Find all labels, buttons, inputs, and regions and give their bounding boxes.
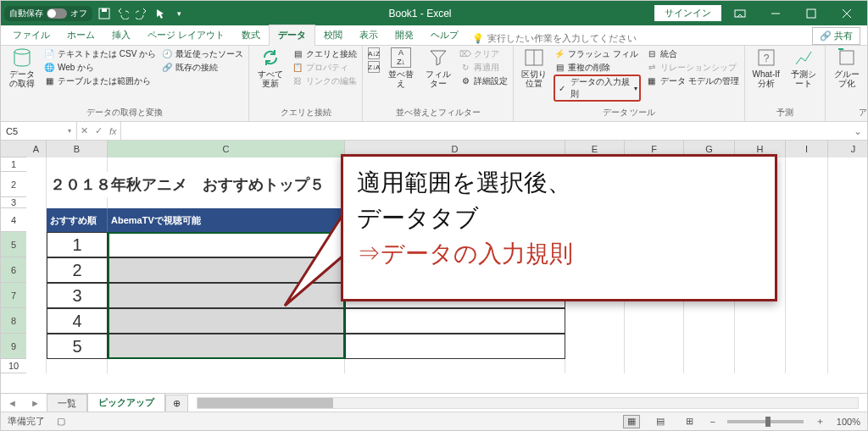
zoom-in-button[interactable]: ＋	[815, 415, 825, 428]
col-A[interactable]: A	[26, 141, 47, 157]
group-label: クエリと接続	[254, 105, 357, 121]
cell-C9[interactable]	[108, 334, 345, 359]
autosave-label: 自動保存	[9, 8, 43, 19]
from-web-button[interactable]: 🌐Web から	[43, 61, 156, 73]
clear-filter-button[interactable]: ⌦クリア	[459, 47, 508, 59]
formula-input[interactable]	[121, 122, 849, 140]
flash-fill-button[interactable]: ⚡フラッシュ フィル	[554, 47, 641, 59]
tab-help[interactable]: ヘルプ	[422, 25, 467, 45]
expand-formula-icon[interactable]: ⌄	[849, 125, 867, 137]
rank-cell[interactable]: 4	[47, 308, 108, 334]
ribbon-options-icon[interactable]	[723, 1, 757, 25]
svg-rect-2	[735, 10, 745, 17]
forecast-button[interactable]: 予測シート	[787, 47, 820, 88]
autosave-toggle[interactable]: 自動保存 オフ	[4, 6, 92, 21]
fx-icon[interactable]: fx	[109, 126, 117, 136]
maximize-button[interactable]	[794, 1, 828, 25]
sheet-tab-active[interactable]: ピックアップ	[87, 393, 165, 413]
col-I[interactable]: I	[786, 141, 828, 157]
cursor-icon[interactable]	[153, 7, 167, 20]
share-button[interactable]: 🔗 共有	[812, 27, 860, 45]
name-box[interactable]: C5 ▾	[1, 122, 77, 140]
enter-icon[interactable]: ✓	[95, 125, 103, 136]
selected-cell-C5[interactable]	[108, 232, 345, 257]
reapply-button[interactable]: ↻再適用	[459, 61, 508, 73]
web-icon: 🌐	[43, 61, 55, 73]
horizontal-scrollbar[interactable]	[197, 397, 859, 409]
qat-more-icon[interactable]: ▾	[172, 7, 186, 20]
undo-icon[interactable]	[116, 7, 130, 20]
tab-data[interactable]: データ	[269, 25, 315, 46]
rank-cell[interactable]: 5	[47, 334, 108, 359]
rank-cell[interactable]: 2	[47, 257, 108, 283]
tab-view[interactable]: 表示	[351, 25, 387, 45]
filter-button[interactable]: フィルター	[422, 47, 454, 88]
cell-C7[interactable]	[108, 283, 345, 308]
sheet-tab[interactable]: 一覧	[47, 394, 87, 412]
tab-review[interactable]: 校閲	[315, 25, 351, 45]
flashfill-icon: ⚡	[554, 47, 565, 59]
table-title[interactable]: ２０１８年秋アニメ おすすめトップ５	[47, 172, 345, 197]
col-B[interactable]: B	[47, 141, 108, 157]
add-sheet-button[interactable]: ⊕	[165, 395, 188, 412]
save-icon[interactable]	[97, 7, 111, 20]
col-J[interactable]: J	[828, 141, 867, 157]
text-to-columns-button[interactable]: 区切り位置	[519, 47, 548, 88]
cell-C6[interactable]	[108, 257, 345, 283]
pagelayout-view-button[interactable]: ▤	[652, 415, 669, 428]
pagebreak-view-button[interactable]: ⊞	[681, 415, 698, 428]
properties-button[interactable]: 📋プロパティ	[292, 61, 357, 73]
normal-view-button[interactable]: ▦	[623, 415, 640, 428]
close-button[interactable]	[830, 1, 864, 25]
callout-line3: ⇒データの入力規則	[357, 236, 761, 272]
from-table-button[interactable]: ▦テーブルまたは範囲から	[43, 75, 156, 86]
get-data-button[interactable]: データの取得	[6, 47, 38, 88]
data-validation-button[interactable]: ✓ データの入力規則 ▾	[554, 75, 641, 102]
sheet-nav-next[interactable]: ►	[24, 398, 47, 408]
zoom-slider[interactable]	[727, 420, 804, 423]
consolidate-button[interactable]: ⊟統合	[646, 47, 739, 59]
advanced-filter-button[interactable]: ⚙詳細設定	[459, 75, 508, 86]
tab-insert[interactable]: 挿入	[103, 25, 139, 45]
th-rank[interactable]: おすすめ順	[47, 208, 108, 232]
from-csv-button[interactable]: 📄テキストまたは CSV から	[43, 47, 156, 59]
redo-icon[interactable]	[135, 7, 148, 20]
zoom-level[interactable]: 100%	[837, 417, 860, 427]
minimize-button[interactable]	[759, 1, 793, 25]
sort-button[interactable]: AZ↓ 並べ替え	[385, 47, 417, 88]
group-button[interactable]: グループ化	[831, 47, 863, 88]
tab-home[interactable]: ホーム	[58, 25, 103, 45]
existing-conn-button[interactable]: 🔗既存の接続	[161, 61, 243, 73]
signin-button[interactable]: サインイン	[654, 5, 721, 21]
row-10: 10	[1, 359, 867, 373]
th-abema[interactable]: AbemaTVで視聴可能	[108, 208, 345, 232]
tellme-search[interactable]: 💡 実行したい作業を入力してください	[472, 32, 637, 45]
refresh-all-button[interactable]: すべて更新	[254, 47, 287, 88]
cell-C8[interactable]	[108, 308, 345, 334]
select-all-corner[interactable]	[1, 141, 26, 157]
filter-label: フィルター	[422, 69, 454, 88]
sheet-nav-prev[interactable]: ◄	[1, 398, 24, 408]
tab-formulas[interactable]: 数式	[233, 25, 269, 45]
relationships-button[interactable]: ⇄リレーションシップ	[646, 61, 739, 73]
name-box-value: C5	[6, 126, 18, 136]
tab-developer[interactable]: 開発	[387, 25, 422, 45]
sort-za-button[interactable]: Z↓A	[368, 61, 380, 73]
macro-record-icon[interactable]: ▢	[57, 416, 65, 427]
validation-icon: ✓	[557, 82, 568, 94]
rank-cell[interactable]: 3	[47, 283, 108, 308]
cancel-icon[interactable]: ✕	[81, 125, 88, 136]
tab-file[interactable]: ファイル	[4, 25, 58, 45]
recent-sources-button[interactable]: 🕘最近使ったソース	[161, 47, 243, 59]
what-if-button[interactable]: ? What-If 分析	[750, 47, 782, 88]
col-C[interactable]: C	[108, 141, 345, 157]
status-ready: 準備完了	[8, 415, 45, 428]
queries-button[interactable]: ▤クエリと接続	[292, 47, 357, 59]
sort-az-button[interactable]: A↓Z	[368, 47, 380, 59]
data-model-button[interactable]: ▦データ モデルの管理	[646, 75, 739, 86]
edit-links-button[interactable]: ⛓リンクの編集	[292, 75, 357, 86]
zoom-out-button[interactable]: −	[709, 417, 715, 427]
remove-duplicates-button[interactable]: ▤重複の削除	[554, 61, 641, 73]
rank-cell[interactable]: 1	[47, 232, 108, 257]
tab-pagelayout[interactable]: ページ レイアウト	[139, 25, 233, 45]
